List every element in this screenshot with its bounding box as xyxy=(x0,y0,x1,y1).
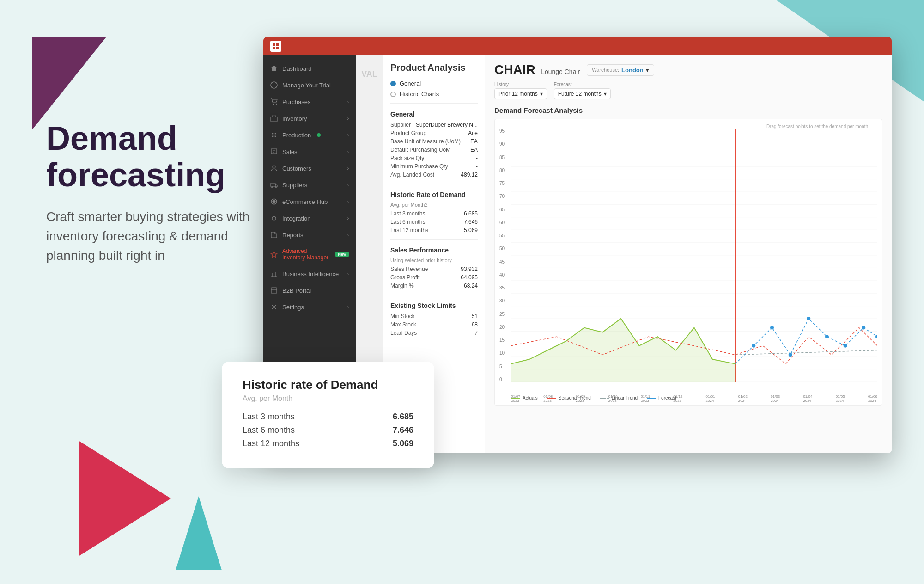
field-margin: Margin % 68.24 xyxy=(390,283,478,289)
radio-historic xyxy=(390,92,396,97)
tooltip-card: Historic rate of Demand Avg. per Month L… xyxy=(222,362,434,468)
main-content: VAL Product Analysis General Historic Ch… xyxy=(356,55,892,453)
svg-rect-3 xyxy=(276,47,279,49)
field-last6: Last 6 months 7.646 xyxy=(390,219,478,225)
svg-point-16 xyxy=(273,306,275,308)
tooltip-row-2: Last 12 months 5.069 xyxy=(243,439,413,449)
section-general: General xyxy=(390,111,478,118)
legend-seasonal: Seasonal Trend xyxy=(547,395,591,400)
svg-marker-39 xyxy=(511,319,736,382)
svg-rect-15 xyxy=(271,288,277,293)
forecast-select: Forecast Future 12 months ▾ xyxy=(554,82,611,99)
historic-sublabel: Avg. per Month2 xyxy=(390,202,478,208)
legend-actuals: Actuals xyxy=(511,395,538,400)
chart-area: Drag forecast points to set the demand p… xyxy=(494,119,882,406)
svg-point-12 xyxy=(275,187,276,188)
analysis-header: CHAIR Lounge Chair Warehouse: London ▾ xyxy=(494,62,882,77)
field-last3: Last 3 months 6.685 xyxy=(390,210,478,217)
svg-rect-2 xyxy=(273,47,275,49)
field-last12: Last 12 months 5.069 xyxy=(390,227,478,234)
tooltip-row-0: Last 3 months 6.685 xyxy=(243,412,413,422)
field-min-stock: Min Stock 51 xyxy=(390,313,478,320)
radio-general xyxy=(390,81,396,86)
nav-general[interactable]: General xyxy=(390,80,478,87)
nav-historic[interactable]: Historic Charts xyxy=(390,91,478,98)
app-icon xyxy=(270,41,281,52)
tooltip-title: Historic rate of Demand xyxy=(243,378,413,392)
legend-linear: Linear Trend xyxy=(600,395,638,400)
field-product-group: Product Group Ace xyxy=(390,130,478,136)
svg-rect-7 xyxy=(271,117,277,122)
bg-shape-red-bottom xyxy=(79,441,171,556)
svg-point-44 xyxy=(825,335,829,338)
sidebar-item-b2b[interactable]: B2B Portal xyxy=(263,282,356,299)
field-max-stock: Max Stock 68 xyxy=(390,321,478,328)
sub-text: Craft smarter buying strategies with inv… xyxy=(46,207,268,265)
sidebar-item-reports[interactable]: Reports › xyxy=(263,227,356,243)
svg-point-47 xyxy=(875,335,877,338)
title-bar xyxy=(263,37,892,55)
sidebar-item-bi[interactable]: Business Intelligence › xyxy=(263,265,356,282)
bg-shape-purple xyxy=(32,37,106,129)
field-revenue: Sales Revenue 93,932 xyxy=(390,266,478,272)
bg-shape-teal-bottom xyxy=(176,496,222,570)
tooltip-row-1: Last 6 months 7.646 xyxy=(243,425,413,435)
svg-rect-0 xyxy=(273,43,275,46)
demand-forecast-title: Demand Forecast Analysis xyxy=(494,106,882,114)
sidebar-item-purchases[interactable]: Purchases › xyxy=(263,93,356,110)
svg-marker-14 xyxy=(271,251,277,258)
analysis-panel: CHAIR Lounge Chair Warehouse: London ▾ H… xyxy=(485,55,892,453)
sidebar-item-suppliers[interactable]: Suppliers › xyxy=(263,177,356,193)
history-forecast-row: History Prior 12 months ▾ Forecast Futur… xyxy=(494,82,882,99)
sidebar-item-aim[interactable]: Advanced Inventory Manager New xyxy=(263,243,356,265)
svg-point-43 xyxy=(807,317,810,320)
main-heading: Demand forecasting xyxy=(46,120,268,193)
field-lead-days: Lead Days 7 xyxy=(390,330,478,336)
product-code-title: CHAIR Lounge Chair xyxy=(494,62,580,77)
sidebar-item-dashboard[interactable]: Dashboard xyxy=(263,60,356,77)
field-gross-profit: Gross Profit 64,095 xyxy=(390,274,478,281)
svg-point-11 xyxy=(272,187,273,188)
section-historic-rate: Historic Rate of Demand xyxy=(390,191,478,198)
sidebar-item-sales[interactable]: Sales › xyxy=(263,143,356,160)
left-content: Demand forecasting Craft smarter buying … xyxy=(46,120,268,265)
svg-point-46 xyxy=(862,326,865,330)
svg-point-42 xyxy=(789,353,792,357)
sidebar-item-manage-trial[interactable]: Manage Your Trial xyxy=(263,77,356,93)
svg-rect-1 xyxy=(276,43,279,46)
y-axis: 95 90 85 80 75 70 65 60 55 50 45 40 35 3… xyxy=(499,129,505,382)
chart-svg-container xyxy=(511,129,877,382)
chart-legend: Actuals Seasonal Trend Linear Trend xyxy=(511,395,676,400)
svg-point-8 xyxy=(273,134,275,136)
svg-point-5 xyxy=(273,104,274,105)
svg-point-45 xyxy=(844,344,847,348)
legend-forecast: Forecast xyxy=(647,395,676,400)
svg-point-9 xyxy=(273,166,275,168)
section-sales: Sales Performance xyxy=(390,246,478,254)
sidebar-item-integration[interactable]: Integration › xyxy=(263,210,356,227)
sidebar-item-inventory[interactable]: Inventory › xyxy=(263,110,356,127)
sidebar-item-production[interactable]: Production › xyxy=(263,127,356,143)
forecast-dropdown[interactable]: Future 12 months ▾ xyxy=(554,88,611,99)
field-supplier: Supplier SuperDuper Brewery N... xyxy=(390,122,478,128)
history-select: History Prior 12 months ▾ xyxy=(494,82,547,99)
field-base-uom: Base Unit of Measure (UoM) EA xyxy=(390,138,478,145)
svg-point-41 xyxy=(770,326,774,330)
field-avg-landed: Avg. Landed Cost 489.12 xyxy=(390,172,478,178)
svg-point-6 xyxy=(276,104,277,105)
sidebar-item-ecommerce[interactable]: eCommerce Hub › xyxy=(263,193,356,210)
svg-rect-10 xyxy=(271,183,275,187)
field-pack-size: Pack size Qty - xyxy=(390,155,478,161)
tooltip-subtitle: Avg. per Month xyxy=(243,394,413,403)
warehouse-selector[interactable]: Warehouse: London ▾ xyxy=(587,64,654,76)
history-dropdown[interactable]: Prior 12 months ▾ xyxy=(494,88,547,99)
svg-point-40 xyxy=(752,344,755,348)
panel-title: Product Analysis xyxy=(390,62,478,73)
field-min-purchase: Minimum Purchase Qty - xyxy=(390,163,478,170)
sidebar-item-settings[interactable]: Settings › xyxy=(263,299,356,315)
sidebar-item-customers[interactable]: Customers › xyxy=(263,160,356,177)
field-purchasing-uom: Default Purchasing UoM EA xyxy=(390,147,478,153)
section-stock: Existing Stock Limits xyxy=(390,302,478,309)
